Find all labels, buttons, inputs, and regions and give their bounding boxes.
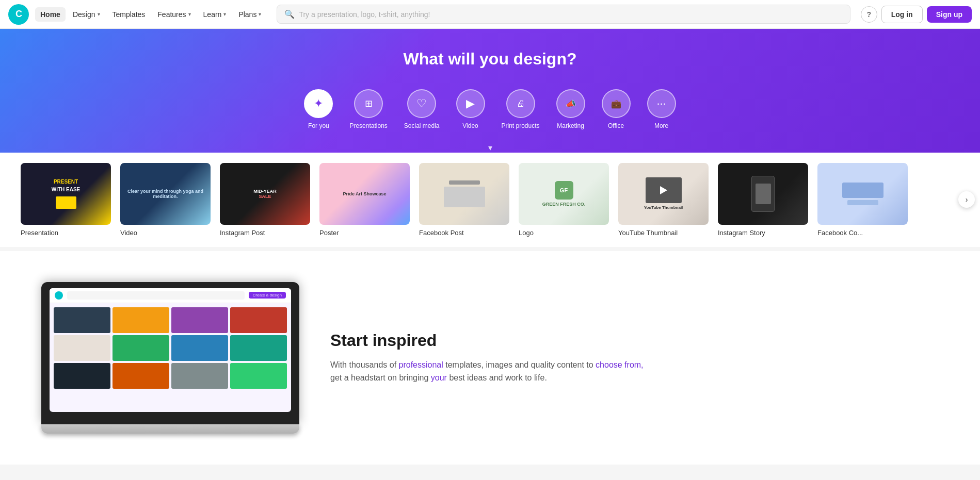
template-card-instagram-post[interactable]: MID-YEAR SALE Instagram Post [220, 163, 310, 237]
hero-banner: What will you design? ✦ For you ⊞ Presen… [0, 29, 980, 153]
screen-tile-10 [113, 363, 169, 389]
for-you-icon: ✦ [314, 97, 323, 110]
template-card-video[interactable]: Clear your mind through yoga and meditat… [120, 163, 211, 237]
category-more[interactable]: ··· More [641, 85, 682, 135]
category-office[interactable]: 💼 Office [596, 85, 637, 135]
navigation: C Home Design ▾ Templates Features ▾ Lea… [0, 0, 980, 29]
presentations-label: Presentations [349, 122, 387, 130]
for-you-label: For you [308, 122, 329, 130]
template-label-facebook-post: Facebook Post [419, 229, 509, 237]
nav-right-actions: ? Log in Sign up [861, 6, 972, 23]
screen-tile-9 [54, 363, 110, 389]
inspired-text-block: Start inspired With thousands of profess… [330, 331, 939, 385]
inspired-link-professional[interactable]: professional [399, 360, 443, 369]
social-media-circle: ♡ [407, 89, 436, 118]
template-preview-video: Clear your mind through yoga and meditat… [120, 163, 211, 225]
office-icon: 💼 [611, 99, 621, 109]
category-video[interactable]: ▶ Video [450, 85, 491, 135]
inspired-link-choose[interactable]: choose from, [596, 360, 643, 369]
template-label-youtube-thumbnail: YouTube Thumbnail [618, 229, 709, 237]
template-label-instagram-story: Instagram Story [718, 229, 808, 237]
chevron-down-icon: ▾ [188, 11, 191, 17]
screen-tile-6 [113, 335, 169, 361]
templates-row-container: PRESENT WITH EASE Presentation Clear you… [0, 153, 980, 247]
template-label-presentation: Presentation [21, 229, 111, 237]
screen-tile-1 [54, 307, 110, 333]
laptop-screen: Create a design [50, 288, 291, 412]
help-button[interactable]: ? [861, 6, 877, 23]
screen-tile-11 [171, 363, 228, 389]
inspired-link-your[interactable]: your [431, 373, 447, 382]
template-preview-logo: GF GREEN FRESH CO. [519, 163, 609, 225]
screen-tile-3 [171, 307, 228, 333]
screen-template-grid [50, 303, 291, 393]
inspired-description: With thousands of professional templates… [330, 358, 939, 385]
screen-tile-12 [230, 363, 287, 389]
screen-tile-4 [230, 307, 287, 333]
search-input[interactable] [299, 10, 842, 19]
search-icon: 🔍 [284, 9, 295, 19]
more-icon: ··· [656, 97, 666, 110]
video-circle: ▶ [456, 89, 485, 118]
screen-tile-7 [171, 335, 228, 361]
screen-toolbar: Create a design [50, 288, 291, 303]
office-label: Office [608, 122, 624, 130]
video-label: Video [462, 122, 478, 130]
office-circle: 💼 [602, 89, 631, 118]
template-card-instagram-story[interactable]: Instagram Story [718, 163, 808, 237]
template-preview-facebook-post [419, 163, 509, 225]
template-card-facebook-post[interactable]: Facebook Post [419, 163, 509, 237]
presentations-circle: ⊞ [354, 89, 383, 118]
print-products-icon: 🖨 [517, 99, 525, 108]
laptop-chin [50, 412, 291, 420]
template-card-facebook-cover[interactable]: Facebook Co... [817, 163, 908, 237]
screen-tile-8 [230, 335, 287, 361]
scroll-right-arrow[interactable]: › [958, 191, 975, 208]
brand-logo[interactable]: C [8, 4, 29, 25]
chevron-down-icon: ▾ [98, 11, 100, 17]
nav-templates[interactable]: Templates [107, 7, 151, 22]
chevron-down-icon: ▾ [259, 11, 261, 17]
template-card-logo[interactable]: GF GREEN FRESH CO. Logo [519, 163, 609, 237]
template-label-instagram-post: Instagram Post [220, 229, 310, 237]
category-social-media[interactable]: ♡ Social media [398, 85, 446, 135]
marketing-circle: 📣 [556, 89, 585, 118]
category-print-products[interactable]: 🖨 Print products [495, 85, 546, 135]
inspired-section: Create a design [0, 251, 980, 465]
print-products-circle: 🖨 [506, 89, 535, 118]
screen-create-button: Create a design [249, 292, 286, 299]
template-preview-youtube-thumbnail: YouTube Thumbnail [618, 163, 709, 225]
templates-scroll-row[interactable]: PRESENT WITH EASE Presentation Clear you… [0, 153, 980, 247]
nav-learn[interactable]: Learn ▾ [198, 7, 232, 22]
nav-home[interactable]: Home [35, 7, 66, 22]
nav-design[interactable]: Design ▾ [68, 7, 105, 22]
template-preview-poster: Pride Art Showcase [319, 163, 410, 225]
print-products-label: Print products [502, 122, 540, 130]
for-you-circle: ✦ [304, 89, 333, 118]
presentations-icon: ⊞ [365, 98, 373, 109]
template-label-poster: Poster [319, 229, 410, 237]
category-for-you[interactable]: ✦ For you [298, 85, 339, 135]
template-card-poster[interactable]: Pride Art Showcase Poster [319, 163, 410, 237]
signup-button[interactable]: Sign up [927, 6, 972, 23]
inspired-title: Start inspired [330, 331, 939, 350]
screen-search [67, 291, 245, 300]
more-circle: ··· [647, 89, 676, 118]
screen-tile-2 [113, 307, 169, 333]
nav-features[interactable]: Features ▾ [152, 7, 196, 22]
video-icon: ▶ [466, 97, 475, 110]
template-preview-presentation: PRESENT WITH EASE [21, 163, 111, 225]
laptop-illustration: Create a design [41, 282, 299, 434]
template-card-presentation[interactable]: PRESENT WITH EASE Presentation [21, 163, 111, 237]
login-button[interactable]: Log in [881, 6, 923, 23]
category-marketing[interactable]: 📣 Marketing [550, 85, 591, 135]
search-bar: 🔍 [277, 5, 850, 24]
chevron-down-icon: ▾ [223, 11, 226, 17]
template-card-youtube-thumbnail[interactable]: YouTube Thumbnail YouTube Thumbnail [618, 163, 709, 237]
template-label-logo: Logo [519, 229, 609, 237]
category-presentations[interactable]: ⊞ Presentations [343, 85, 393, 135]
template-preview-instagram-story [718, 163, 808, 225]
nav-plans[interactable]: Plans ▾ [233, 7, 266, 22]
laptop-display: Create a design [41, 282, 299, 424]
social-media-label: Social media [404, 122, 440, 130]
